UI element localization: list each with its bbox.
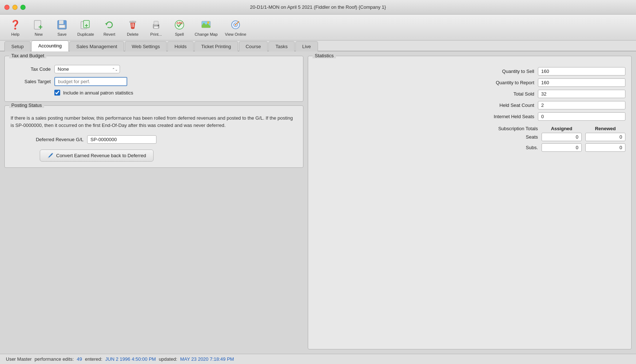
- new-label: New: [35, 32, 43, 36]
- posting-status-title: Posting Status: [9, 102, 44, 108]
- total-sold-field[interactable]: [538, 90, 625, 98]
- svg-point-18: [158, 25, 159, 26]
- qty-sell-field[interactable]: [538, 67, 625, 75]
- assigned-col-header: Assigned: [542, 126, 582, 131]
- tab-setup[interactable]: Setup: [4, 41, 31, 51]
- svg-rect-0: [34, 20, 41, 29]
- qty-report-field[interactable]: [538, 78, 625, 87]
- tabs-bar: Setup Accounting Sales Management Web Se…: [0, 40, 636, 51]
- tab-ticket-printing[interactable]: Ticket Printing: [194, 41, 238, 51]
- save-icon: [55, 18, 69, 31]
- subs-renewed-field[interactable]: [585, 143, 625, 152]
- tab-web-settings[interactable]: Web Settings: [125, 41, 167, 51]
- sales-target-input[interactable]: [54, 77, 127, 86]
- internet-held-label: Internet Held Seats: [469, 114, 534, 119]
- tax-budget-title: Tax and Budget: [9, 53, 46, 58]
- svg-point-23: [207, 22, 209, 24]
- tax-code-select-wrapper[interactable]: None: [54, 65, 120, 73]
- delete-label: Delete: [127, 32, 139, 36]
- delete-button[interactable]: Delete: [122, 17, 144, 38]
- annual-stats-checkbox[interactable]: [54, 90, 60, 96]
- convert-icon: 🖊️: [47, 153, 53, 158]
- updated-label: updated:: [159, 356, 177, 362]
- duplicate-button[interactable]: Duplicate: [74, 17, 97, 38]
- subs-row: Subs.: [314, 143, 625, 152]
- posting-status-group: Posting Status If there is a sales posti…: [4, 105, 303, 168]
- tab-sales-management[interactable]: Sales Management: [69, 41, 124, 51]
- perf-value: 49: [77, 356, 82, 362]
- qty-sell-label: Quantity to Sell: [469, 69, 534, 74]
- svg-rect-17: [154, 26, 158, 28]
- statistics-group: Statistics Quantity to Sell Quantity to …: [308, 56, 632, 349]
- svg-point-26: [235, 24, 236, 26]
- status-bar: User Master performance edits: 49 entere…: [0, 354, 636, 364]
- titlebar: 20-D1/1-MON on April 5 2021 (Fiddler on …: [0, 0, 636, 15]
- change-map-button[interactable]: Change Map: [192, 17, 221, 38]
- sales-target-label: Sales Target: [11, 79, 51, 84]
- svg-marker-11: [105, 23, 108, 25]
- held-seat-field[interactable]: [538, 101, 625, 109]
- change-map-label: Change Map: [195, 32, 218, 36]
- view-online-label: View Online: [225, 32, 247, 36]
- qty-report-row: Quantity to Report: [314, 78, 625, 87]
- total-sold-label: Total Sold: [469, 91, 534, 97]
- tab-course[interactable]: Course: [239, 41, 268, 51]
- duplicate-icon: [79, 18, 92, 31]
- right-panel: Statistics Quantity to Sell Quantity to …: [308, 56, 632, 349]
- annual-stats-row: Include in annual patron statistics: [54, 90, 297, 96]
- held-seat-label: Held Seat Count: [469, 102, 534, 108]
- help-icon: ❓: [9, 18, 22, 31]
- new-icon: [32, 18, 45, 31]
- deferred-revenue-row: Deferred Revenue G/L: [22, 135, 297, 144]
- seats-label: Seats: [472, 134, 538, 140]
- revert-label: Revert: [104, 32, 115, 36]
- seats-renewed-field[interactable]: [585, 133, 625, 141]
- deferred-label: Deferred Revenue G/L: [22, 137, 84, 142]
- subs-assigned-field[interactable]: [542, 143, 582, 152]
- view-online-button[interactable]: View Online: [222, 17, 249, 38]
- help-label: Help: [11, 32, 20, 36]
- deferred-field[interactable]: [87, 135, 156, 144]
- entered-label: entered:: [85, 356, 102, 362]
- print-button[interactable]: Print...: [145, 17, 167, 38]
- sales-target-row: Sales Target: [11, 77, 297, 86]
- help-button[interactable]: ❓ Help: [4, 17, 26, 38]
- tab-live[interactable]: Live: [295, 41, 318, 51]
- svg-rect-6: [60, 25, 64, 27]
- tab-holds[interactable]: Holds: [167, 41, 193, 51]
- held-seat-row: Held Seat Count: [314, 101, 625, 109]
- entered-value: JUN 2 1996 4:50:00 PM: [105, 356, 156, 362]
- spell-label: Spell: [175, 32, 184, 36]
- revert-button[interactable]: Revert: [98, 17, 120, 38]
- save-button[interactable]: Save: [51, 17, 73, 38]
- spell-button[interactable]: ABC Spell: [168, 17, 190, 38]
- internet-held-row: Internet Held Seats: [314, 112, 625, 121]
- seats-assigned-field[interactable]: [542, 133, 582, 141]
- role-label: User Master: [6, 356, 32, 362]
- internet-held-field[interactable]: [538, 112, 625, 121]
- print-label: Print...: [150, 32, 162, 36]
- left-panel: Tax and Budget Tax Code None Sales Targe…: [4, 56, 303, 349]
- tab-accounting[interactable]: Accounting: [31, 40, 69, 51]
- save-label: Save: [57, 32, 66, 36]
- tab-tasks[interactable]: Tasks: [268, 41, 294, 51]
- perf-label: performance edits:: [35, 356, 74, 362]
- annual-stats-label: Include in annual patron statistics: [63, 90, 133, 96]
- maximize-button[interactable]: [20, 5, 26, 10]
- subs-label: Subs.: [472, 145, 538, 150]
- convert-label: Convert Earned Revenue back to Deferred: [56, 153, 146, 158]
- seats-row: Seats: [314, 133, 625, 141]
- revert-icon: [103, 18, 116, 31]
- convert-button[interactable]: 🖊️ Convert Earned Revenue back to Deferr…: [40, 150, 154, 162]
- renewed-col-header: Renewed: [585, 126, 625, 131]
- svg-rect-4: [59, 20, 63, 24]
- close-button[interactable]: [4, 5, 9, 10]
- duplicate-label: Duplicate: [77, 32, 94, 36]
- tax-code-select[interactable]: None: [54, 65, 120, 73]
- change-map-icon: [199, 18, 213, 31]
- window-controls[interactable]: [4, 5, 26, 10]
- new-button[interactable]: New: [28, 17, 50, 38]
- svg-rect-16: [154, 21, 158, 25]
- minimize-button[interactable]: [12, 5, 18, 10]
- updated-value: MAY 23 2020 7:18:49 PM: [180, 356, 234, 362]
